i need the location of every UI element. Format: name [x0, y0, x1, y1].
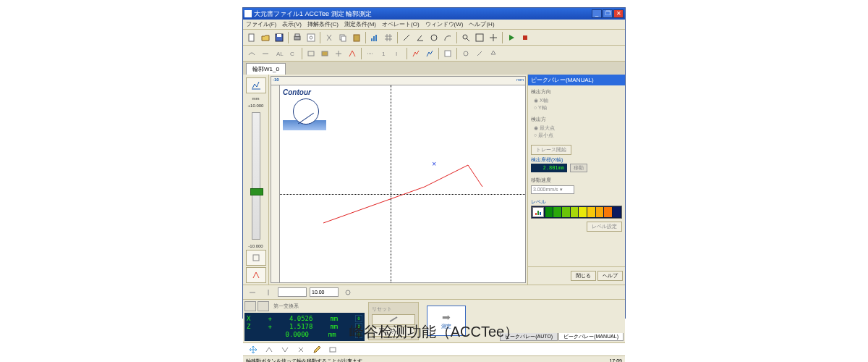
svg-line-13 [404, 35, 409, 41]
group2-title: 検出方 [531, 116, 622, 123]
svg-rect-8 [341, 36, 346, 41]
cut-icon[interactable] [323, 31, 336, 44]
menu-measure[interactable]: 測定条件(M) [344, 20, 376, 28]
move-button[interactable]: 移動 [570, 164, 587, 172]
canvas[interactable]: Contour × [280, 85, 525, 282]
pan-icon[interactable] [487, 31, 500, 44]
tb2-icon-7[interactable] [332, 47, 345, 60]
app-icon [244, 10, 252, 17]
svg-rect-32 [330, 348, 336, 352]
speed-select[interactable]: 3.000mm/s ▾ [531, 185, 574, 194]
tb2-icon-17[interactable] [487, 47, 500, 60]
bottom-icon-row [243, 342, 625, 355]
figure-caption: 峰谷检测功能（ACCTee） [0, 322, 868, 342]
circle-tool-icon[interactable] [427, 31, 441, 44]
slider-thumb[interactable] [250, 188, 263, 195]
maximize-button[interactable]: ❐ [603, 9, 613, 18]
svg-rect-12 [375, 35, 377, 41]
vertical-slider[interactable] [252, 112, 260, 240]
svg-text:1: 1 [382, 51, 386, 57]
toolrow-field-2[interactable] [310, 287, 339, 297]
tb2-icon-8[interactable] [346, 47, 359, 60]
canvas-area[interactable]: -10 mm Contour × [271, 76, 526, 283]
menu-operate[interactable]: オペレート(O) [382, 20, 420, 28]
angle-tool-icon[interactable] [414, 31, 427, 44]
coord-mode-1[interactable] [244, 301, 256, 311]
radio-max[interactable]: ◉ 最大点 [534, 125, 622, 132]
tb2-icon-10[interactable]: 1 [378, 47, 391, 60]
bi-icon-4[interactable] [295, 345, 307, 355]
svg-point-31 [346, 290, 350, 295]
side-btn-3[interactable] [246, 267, 266, 283]
play-icon[interactable] [505, 31, 518, 44]
tb2-icon-14[interactable] [441, 47, 454, 60]
tb2-icon-9[interactable] [364, 47, 377, 60]
bi-icon-3[interactable] [279, 345, 291, 355]
menu-file[interactable]: ファイル(F) [246, 20, 276, 28]
menu-help[interactable]: ヘルプ(H) [469, 20, 494, 28]
level-label: レベル [531, 198, 622, 206]
detect-method-group: 検出方 ◉ 最大点 ○ 最小点 [531, 116, 622, 139]
tb2-icon-2[interactable] [259, 47, 272, 60]
toolbar-1 [243, 30, 625, 46]
side-chart-icon[interactable] [246, 77, 266, 93]
radio-y-axis[interactable]: ○ Y軸 [534, 104, 622, 111]
fit-icon[interactable] [473, 31, 486, 44]
print-icon[interactable] [291, 31, 304, 44]
toolbar-2: AL C 1 I [243, 46, 625, 62]
preview-icon[interactable] [305, 31, 318, 44]
tb2-icon-6[interactable] [318, 47, 331, 60]
coord-reset-x[interactable]: 0 [355, 315, 362, 322]
svg-rect-10 [371, 38, 373, 41]
panel-close-button[interactable]: 閉じる [571, 271, 596, 281]
new-icon[interactable] [245, 31, 258, 44]
grid-icon[interactable] [382, 31, 395, 44]
level-chart-icon[interactable] [532, 207, 544, 217]
menu-window[interactable]: ウィンドウ(W) [425, 20, 464, 28]
side-btn-2[interactable] [246, 250, 266, 266]
bi-icon-6[interactable] [327, 345, 339, 355]
panel-help-button[interactable]: ヘルプ [597, 271, 623, 281]
radio-min[interactable]: ○ 最小点 [534, 132, 622, 139]
tb2-icon-16[interactable] [473, 47, 486, 60]
ruler-h-start: -10 [273, 77, 279, 82]
tab-active[interactable]: 輪郭W1_0 [246, 63, 286, 75]
tb2-icon-11[interactable]: I [391, 47, 404, 60]
open-icon[interactable] [259, 31, 272, 44]
menu-view[interactable]: 表示(V) [282, 20, 302, 28]
tr-icon-3[interactable] [341, 286, 354, 299]
chart-icon[interactable] [368, 31, 381, 44]
level-setting-button[interactable]: レベル設定 [587, 222, 622, 232]
ruler-top: +10.000 [248, 104, 264, 108]
bi-move-icon[interactable] [247, 345, 259, 355]
save-icon[interactable] [273, 31, 286, 44]
tb2-icon-15[interactable] [459, 47, 472, 60]
tb2-icon-5[interactable] [305, 47, 318, 60]
tb2-icon-3[interactable]: AL [273, 47, 286, 60]
tr-icon-2[interactable] [262, 286, 275, 299]
stop-icon[interactable] [519, 31, 532, 44]
tb2-icon-12[interactable] [409, 47, 422, 60]
bi-pencil-icon[interactable] [311, 345, 323, 355]
tb2-icon-1[interactable] [245, 47, 258, 60]
minimize-button[interactable]: _ [592, 9, 602, 18]
bi-icon-2[interactable] [263, 345, 275, 355]
level-cell [587, 207, 595, 217]
coord-mode-2[interactable] [258, 301, 269, 311]
toolrow-field-1[interactable] [278, 287, 307, 297]
coord-title: 検出座標(X軸) [531, 156, 622, 164]
line-tool-icon[interactable] [400, 31, 413, 44]
trace-start-button[interactable]: トレース開始 [531, 145, 571, 155]
tb2-icon-13[interactable] [423, 47, 436, 60]
zoom-icon[interactable] [459, 31, 472, 44]
tr-icon-1[interactable] [246, 286, 259, 299]
copy-icon[interactable] [336, 31, 349, 44]
vertical-ruler [271, 85, 280, 282]
svg-rect-5 [307, 34, 315, 41]
arc-tool-icon[interactable] [441, 31, 454, 44]
tb2-icon-4[interactable]: C [286, 47, 299, 60]
close-button[interactable]: ✕ [613, 9, 624, 18]
menu-analysis[interactable]: 挿解条件(C) [307, 20, 339, 28]
paste-icon[interactable] [350, 31, 363, 44]
radio-x-axis[interactable]: ◉ X軸 [534, 97, 622, 104]
